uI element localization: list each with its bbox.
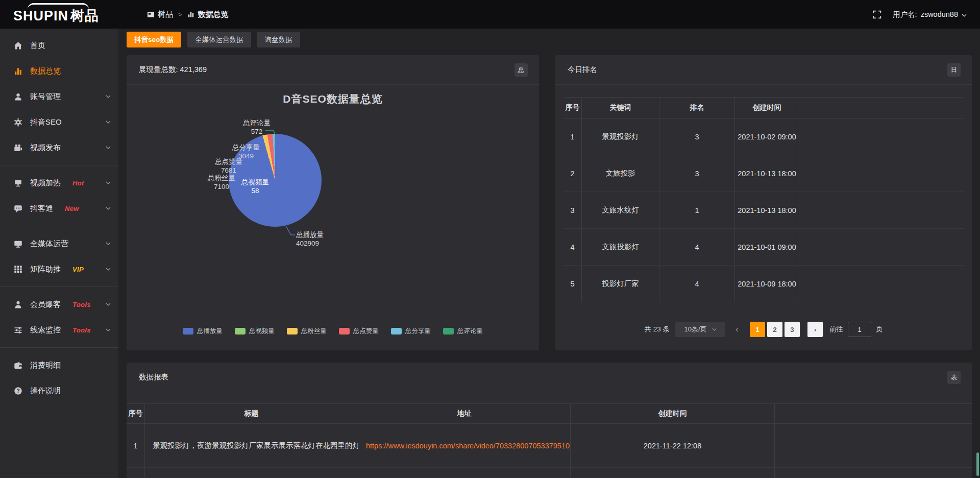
ranking-cell: 文旅投影灯: [582, 229, 659, 265]
app-logo[interactable]: SHUPIN树品: [13, 2, 120, 27]
ranking-table-row: 4文旅投影灯42021-10-01 09:00: [564, 229, 964, 266]
report-table-row: [127, 468, 972, 478]
chevron-down-icon: [106, 95, 111, 98]
fullscreen-icon[interactable]: [873, 10, 881, 19]
prev-page-button[interactable]: ‹: [731, 322, 743, 337]
home-icon: [14, 41, 22, 50]
ranking-cell: 3: [659, 155, 735, 192]
legend-item[interactable]: 总视频量: [235, 327, 275, 336]
sliders-icon: [14, 326, 22, 334]
bar-chart-icon: [14, 67, 22, 76]
column-header: 排名: [659, 98, 735, 118]
goto-page: 前往 1 页: [829, 322, 883, 337]
filler-cell: [799, 98, 964, 118]
legend-item[interactable]: 总评论量: [443, 327, 483, 336]
ranking-cell: 景观投影灯: [582, 118, 659, 155]
ranking-cell: 2021-10-13 18:00: [735, 155, 799, 192]
legend-item[interactable]: 总粉丝量: [287, 327, 327, 336]
logo-text: SHUPIN树品: [13, 7, 99, 25]
chevron-down-icon: [962, 14, 967, 17]
legend-item[interactable]: 总点赞量: [339, 327, 379, 336]
ranking-cell: 文旅水纹灯: [582, 192, 659, 228]
next-page-button[interactable]: ›: [807, 322, 823, 337]
breadcrumb: 树品 > 数据总览: [147, 0, 229, 29]
ranking-cell: 2021-10-01 09:00: [735, 229, 799, 265]
page-button-3[interactable]: 3: [785, 322, 800, 337]
chevron-down-icon: [106, 207, 111, 210]
page-button-1[interactable]: 1: [750, 322, 765, 337]
grid-icon: [14, 265, 22, 274]
sidebar-item-video-heat[interactable]: 视频加热Hot: [0, 170, 118, 196]
pie-label-videos: 总视频量58: [235, 178, 276, 195]
total-count-label: 共 23 条: [644, 325, 670, 334]
sidebar-item-label: 全媒体运营: [30, 239, 68, 249]
chart-title: D音SEO数据量总览: [127, 92, 539, 106]
top-header: SHUPIN树品 树品 > 数据总览 用户名: zswodun88: [0, 0, 980, 29]
filler-cell: [799, 266, 964, 302]
bar-chart-icon: [187, 11, 195, 18]
sidebar-item-matrix-boost[interactable]: 矩阵助推VIP: [0, 256, 118, 282]
breadcrumb-current[interactable]: 数据总览: [187, 10, 229, 19]
total-view-button[interactable]: 总: [514, 63, 528, 77]
sidebar-item-badge: New: [65, 205, 79, 212]
chevron-down-icon: [106, 328, 111, 331]
sidebar-item-label: 消费明细: [30, 361, 61, 370]
chart-panel-header: 展现量总数: 421,369: [127, 55, 539, 85]
wallet-icon: [14, 361, 22, 370]
sidebar-item-badge: VIP: [72, 266, 84, 273]
sidebar-item-instructions[interactable]: ?操作说明: [0, 378, 118, 403]
breadcrumb-root[interactable]: 树品: [147, 10, 173, 19]
sidebar-item-douketong[interactable]: 抖客通New: [0, 196, 118, 221]
page-size-select[interactable]: 10条/页: [675, 322, 725, 337]
legend-item[interactable]: 总播放量: [183, 327, 223, 336]
day-view-button[interactable]: 日: [947, 63, 961, 77]
sidebar-item-douyin-seo[interactable]: 抖音SEO: [0, 109, 118, 135]
filler-cell: [799, 155, 964, 192]
sidebar-item-data-overview[interactable]: 数据总览: [0, 58, 118, 84]
tab-询盘数据[interactable]: 询盘数据: [257, 32, 300, 47]
sidebar-item-member-leads[interactable]: 会员爆客Tools: [0, 292, 118, 317]
user-menu[interactable]: 用户名: zswodun88: [893, 10, 967, 19]
user-label: 用户名:: [893, 10, 917, 19]
tab-全媒体运营数据[interactable]: 全媒体运营数据: [187, 32, 251, 47]
goto-page-input[interactable]: 1: [848, 322, 871, 337]
tab-抖音seo数据[interactable]: 抖音seo数据: [127, 32, 181, 47]
ranking-cell: 4: [564, 229, 582, 265]
sidebar-item-consumption-detail[interactable]: 消费明细: [0, 352, 118, 378]
pie-label-likes: 总点赞量7681: [207, 157, 250, 175]
scrollbar-thumb[interactable]: [976, 452, 979, 476]
ranking-table-row: 5投影灯厂家42021-10-09 18:00: [564, 266, 964, 302]
table-view-button[interactable]: 表: [947, 371, 961, 384]
person-icon: [14, 300, 22, 309]
sidebar-item-home[interactable]: 首页: [0, 33, 118, 58]
sidebar-item-clue-monitor[interactable]: 线索监控Tools: [0, 317, 118, 343]
video-link-cell: https://www.iesdouyin.com/share/video/70…: [358, 424, 571, 467]
legend-swatch: [443, 328, 454, 334]
column-header: 地址: [358, 404, 571, 423]
ranking-cell: 2021-10-13 18:00: [735, 192, 799, 228]
sidebar-item-account-manage[interactable]: 账号管理: [0, 84, 118, 109]
chevron-down-icon: [106, 181, 111, 184]
seo-chart-panel: 展现量总数: 421,369 总 D音SEO数据量总览 总评论量572 总分享量…: [127, 55, 539, 350]
sidebar-item-label: 矩阵助推: [30, 265, 61, 274]
sidebar-item-label: 数据总览: [30, 66, 61, 76]
projector-icon: [14, 179, 22, 187]
filler-cell: [775, 424, 972, 467]
report-cell-title: 景观投影灯，夜游景观投影灯厂家展示展示落花灯在花园里的灯光投影应用效果 #: [145, 424, 358, 467]
sidebar-item-video-publish[interactable]: 视频发布: [0, 135, 118, 160]
page-button-2[interactable]: 2: [767, 322, 782, 337]
report-cell-index: 1: [127, 424, 145, 467]
ranking-table-row: 1景观投影灯32021-10-02 09:00: [564, 118, 964, 155]
ranking-cell: 5: [564, 266, 582, 302]
username: zswodun88: [921, 10, 958, 18]
help-icon: ?: [14, 387, 22, 395]
legend-item[interactable]: 总分享量: [391, 327, 431, 336]
sidebar-divider: [0, 286, 118, 287]
column-header: 创建时间: [571, 404, 775, 423]
chevron-down-icon: [106, 146, 111, 149]
ranking-table-row: 2文旅投影32021-10-13 18:00: [564, 155, 964, 192]
sidebar-item-media-operation[interactable]: 全媒体运营: [0, 231, 118, 256]
sidebar-item-label: 线索监控: [30, 325, 61, 335]
monitor-icon: [14, 240, 22, 248]
video-link[interactable]: https://www.iesdouyin.com/share/video/70…: [366, 442, 571, 450]
